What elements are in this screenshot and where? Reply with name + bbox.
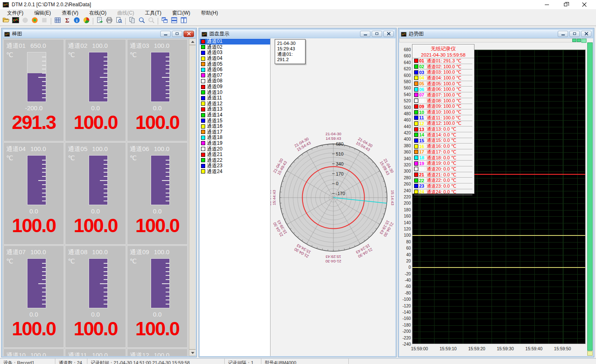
svg-text:21-04-3015:44:43: 21-04-3015:44:43 — [271, 190, 276, 206]
channel-color-swatch — [201, 130, 205, 134]
legend-channel-number: 09 — [419, 104, 427, 109]
x-tick-label: 15:59:50 — [554, 346, 571, 351]
tile-vertical-button[interactable] — [179, 17, 189, 25]
gauge-tick — [166, 160, 169, 161]
legend-channel-number: 19 — [419, 161, 427, 166]
menu-item-online[interactable]: 在线(O) — [84, 9, 112, 17]
trend-minimize-button[interactable] — [558, 31, 568, 37]
scroll-down-button[interactable] — [189, 349, 196, 356]
gauge-grid: 通道01650.0℃-200.0291.3通道02100.0℃0.0100.0通… — [3, 39, 188, 356]
gauge-tick — [104, 193, 107, 193]
polar-chart: 6805103401700-17021-04-3014:59:4321-04-3… — [271, 38, 395, 356]
channel-color-swatch — [201, 147, 205, 151]
gauge-bar — [27, 52, 46, 102]
bar-restore-button[interactable] — [172, 31, 182, 37]
gauge-tick — [166, 61, 169, 62]
y-tick-label: 540 — [399, 92, 411, 97]
gauge-tick — [100, 77, 107, 78]
restore-button[interactable] — [556, 0, 575, 9]
menu-item-help[interactable]: 帮助(H) — [196, 9, 224, 17]
menu-item-window[interactable]: 窗口(W) — [167, 9, 196, 17]
svg-text:0: 0 — [336, 181, 338, 186]
zoom-in-icon — [138, 17, 145, 25]
close-button[interactable] — [575, 0, 594, 9]
gauge-tick — [42, 271, 46, 272]
trend-window-titlebar[interactable]: 趋势图 — [399, 29, 593, 38]
legend-color-swatch — [414, 70, 418, 74]
trend-maximize-button[interactable] — [569, 31, 580, 37]
menu-item-view[interactable]: 查看(V) — [56, 9, 84, 17]
channel-color-swatch — [201, 107, 205, 111]
bar-window-title: 棒图 — [12, 30, 22, 37]
y-tick-label: -20 — [399, 272, 411, 276]
bar-minimize-button[interactable] — [160, 31, 171, 37]
statistics-sigma-button[interactable]: Σ — [62, 17, 72, 25]
legend-color-swatch — [414, 133, 418, 137]
gauge-通道06: 通道06100.0℃0.0100.0 — [127, 142, 188, 245]
bar-window-scrollbar[interactable] — [189, 38, 196, 356]
status-segment-3: 记录间隔：1 — [225, 359, 261, 364]
cascade-windows-button[interactable] — [160, 17, 169, 25]
trend-close-button[interactable] — [581, 31, 591, 37]
copy-button[interactable] — [127, 17, 137, 25]
disc-maximize-button[interactable] — [372, 31, 382, 37]
print-preview-button[interactable] — [114, 17, 124, 25]
menu-item-tools[interactable]: 工具(T) — [139, 9, 166, 17]
record-start-button[interactable] — [30, 17, 40, 25]
trend-horizontal-scrollbar[interactable] — [399, 38, 587, 42]
info-button[interactable]: i — [72, 17, 82, 25]
gauge-tick — [42, 287, 46, 288]
disc-minimize-button[interactable] — [360, 31, 370, 37]
disc-close-button[interactable] — [383, 31, 394, 37]
open-file-button[interactable] — [1, 17, 11, 25]
disc-window-titlebar[interactable]: 圆盘显示 — [200, 29, 395, 38]
realtime-chart-button[interactable] — [11, 17, 20, 25]
y-tick-label: 40 — [399, 253, 411, 257]
gauge-value: 100.0 — [65, 214, 125, 237]
trend-scrollbar-end[interactable] — [587, 351, 593, 356]
legend-channel-number: 02 — [419, 64, 427, 69]
gauge-max-value: 100.0 — [92, 352, 108, 356]
gauge-min-value: 0.0 — [4, 311, 64, 318]
scroll-up-button[interactable] — [189, 38, 196, 45]
data-table-button[interactable] — [53, 17, 62, 25]
legend-channel-number: 01 — [419, 58, 427, 63]
gauge-value: 100.0 — [65, 111, 125, 134]
app-titlebar[interactable]: DTM 2.0.1 [C:\DTM 2.0.2\RealData] — [0, 0, 596, 9]
gauge-bar — [27, 258, 46, 308]
zoom-in-button[interactable] — [137, 17, 147, 25]
print-button[interactable] — [104, 17, 114, 25]
legend-channel-number: 12 — [419, 121, 427, 126]
trend-vertical-scrollbar[interactable] — [587, 42, 593, 351]
pie-chart-button[interactable] — [82, 17, 91, 25]
gauge-tick — [104, 61, 107, 62]
gauge-value: 100.0 — [4, 214, 64, 237]
gauge-tick — [166, 73, 169, 74]
gauge-tick — [42, 81, 46, 82]
channel-color-swatch — [201, 169, 205, 173]
menu-item-file[interactable]: 文件(F) — [2, 9, 29, 17]
gauge-tick — [104, 275, 107, 276]
scrollbar-thumb[interactable] — [189, 45, 196, 349]
menu-item-curve[interactable]: 曲线(C) — [112, 9, 140, 17]
export-button[interactable] — [95, 17, 104, 25]
gauge-unit: ℃ — [68, 154, 75, 162]
bar-close-button[interactable] — [184, 31, 194, 37]
gauge-tick — [42, 61, 46, 62]
gauge-channel-label: 通道11 — [68, 352, 88, 356]
scroll-block[interactable] — [577, 39, 581, 42]
x-tick-label: 15:59:30 — [497, 346, 514, 351]
gauge-min-value: 0.0 — [65, 311, 125, 318]
menu-item-edit[interactable]: 编辑(E) — [29, 9, 56, 17]
tile-horizontal-button[interactable] — [169, 17, 179, 25]
minimize-button[interactable] — [537, 0, 556, 9]
channel-list-item-24[interactable]: 通道24 — [200, 169, 270, 175]
gauge-header: 通道09100.0 — [130, 248, 170, 256]
gauge-channel-label: 通道10 — [6, 352, 26, 356]
bar-window-titlebar[interactable]: 棒图 — [2, 29, 196, 38]
disc-window-client: 通道01通道02通道03通道04通道05通道06通道07通道08通道09通道10… — [200, 38, 395, 356]
gauge-value: 100.0 — [65, 317, 125, 340]
gauge-header: 通道12100.0 — [130, 352, 170, 356]
scroll-block[interactable] — [572, 39, 576, 42]
gauge-tick — [166, 275, 169, 276]
